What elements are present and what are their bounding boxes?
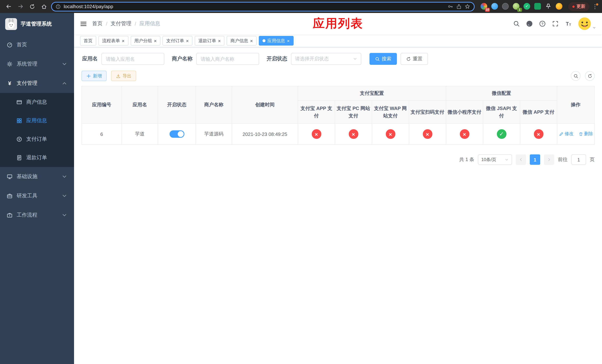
- user-avatar[interactable]: [578, 17, 596, 30]
- download-icon: [116, 74, 121, 78]
- reset-button[interactable]: 重置: [401, 53, 428, 65]
- breadcrumb-payment[interactable]: 支付管理: [111, 20, 131, 27]
- export-button[interactable]: 导出: [111, 71, 136, 81]
- col-header-alipay-pc: 支付宝 PC 网站支付: [335, 101, 372, 124]
- extension-dark-icon[interactable]: [502, 3, 509, 10]
- tab-app-info[interactable]: 应用信息×: [259, 36, 293, 45]
- pagination: 共 1 条 10条/页 1 前往 页: [81, 154, 595, 165]
- search-icon: [375, 56, 380, 61]
- briefcase-icon: [7, 212, 13, 218]
- sidebar-item-workflow[interactable]: 工作流程: [0, 205, 74, 225]
- app-name-input[interactable]: [101, 53, 164, 65]
- cell-actions: 修改 删除: [557, 124, 594, 145]
- toolbox-icon: [7, 193, 13, 199]
- sidebar-menu: 首页 系统管理 ¥ 支付管理 商户信息: [0, 35, 74, 225]
- search-icon[interactable]: [513, 20, 520, 27]
- close-icon[interactable]: ×: [186, 38, 189, 43]
- reload-icon[interactable]: [27, 2, 37, 11]
- sidebar-item-pay-orders[interactable]: 支付订单: [0, 130, 74, 149]
- payment-submenu: 商户信息 应用信息 支付订单 退款订单: [0, 93, 74, 167]
- col-header-action: 操作: [557, 86, 594, 124]
- table-toolbar: 新增 导出: [81, 71, 595, 81]
- alipay-app-status-icon: ×: [312, 129, 321, 139]
- extensions-pin-icon[interactable]: [545, 3, 552, 10]
- tab-merchant-info[interactable]: 商户信息×: [227, 36, 257, 45]
- page-number-1[interactable]: 1: [530, 154, 540, 165]
- sidebar-item-app-info[interactable]: 应用信息: [0, 111, 74, 130]
- close-icon[interactable]: ×: [287, 38, 290, 43]
- logo[interactable]: 芋道管理系统: [0, 13, 74, 35]
- screen: localhost:1024/pay/app 10 1 ✓: [0, 0, 602, 364]
- tab-process-form[interactable]: 流程表单×: [98, 36, 128, 45]
- extension-vue-devtools-icon[interactable]: ✓: [524, 3, 531, 10]
- chevron-down-icon: [62, 61, 67, 67]
- goto-page-input[interactable]: [571, 154, 586, 165]
- active-dot: [262, 39, 266, 42]
- back-icon[interactable]: [4, 2, 13, 11]
- github-icon[interactable]: [526, 20, 533, 27]
- sidebar-item-payment[interactable]: ¥ 支付管理: [0, 74, 74, 93]
- next-page-button[interactable]: [544, 154, 554, 165]
- tab-user-group[interactable]: 用户分组×: [130, 36, 160, 45]
- enabled-switch[interactable]: [169, 130, 184, 138]
- close-icon[interactable]: ×: [122, 38, 125, 43]
- toggle-search-button[interactable]: [571, 71, 580, 81]
- dashboard-icon: [7, 42, 13, 48]
- extension-green-avatar-icon[interactable]: 1: [513, 3, 520, 10]
- close-icon[interactable]: ×: [218, 38, 221, 43]
- tab-refund-orders[interactable]: 退款订单×: [195, 36, 225, 45]
- cell-status: [158, 124, 196, 145]
- extension-green-square-icon[interactable]: [534, 3, 542, 10]
- edit-link[interactable]: 修改: [559, 131, 573, 137]
- address-bar[interactable]: localhost:1024/pay/app: [51, 2, 475, 11]
- sidebar-item-infrastructure[interactable]: 基础设施: [0, 167, 74, 186]
- status-select[interactable]: 请选择开启状态: [291, 53, 361, 65]
- fullscreen-icon[interactable]: [552, 20, 559, 27]
- extension-blue-drop-icon[interactable]: [491, 3, 499, 10]
- add-button[interactable]: 新增: [81, 71, 107, 81]
- sidebar-item-system[interactable]: 系统管理: [0, 54, 74, 74]
- tab-home[interactable]: 首页: [80, 36, 96, 45]
- forward-icon[interactable]: [16, 2, 25, 11]
- update-button[interactable]: 更新: [568, 2, 589, 11]
- col-header-created: 创建时间: [232, 86, 298, 124]
- chevron-down-icon: [62, 174, 67, 180]
- hamburger-icon[interactable]: [80, 20, 87, 27]
- refresh-icon: [587, 74, 592, 78]
- home-icon[interactable]: [39, 2, 49, 11]
- help-icon[interactable]: ?: [539, 20, 546, 27]
- font-size-icon[interactable]: TT: [565, 20, 572, 27]
- refresh-table-button[interactable]: [585, 71, 595, 81]
- page-size-select[interactable]: 10条/页: [478, 154, 512, 165]
- share-icon[interactable]: [456, 4, 462, 9]
- refresh-icon: [406, 56, 411, 61]
- extension-face-icon[interactable]: [556, 3, 563, 10]
- avatar-emoji-icon: [578, 17, 591, 30]
- close-icon[interactable]: ×: [154, 38, 157, 43]
- breadcrumb-home[interactable]: 首页: [92, 20, 103, 27]
- col-header-wx-jsapi: 微信 JSAPI 支付: [483, 101, 520, 124]
- sidebar-item-dev-tools[interactable]: 研发工具: [0, 186, 74, 205]
- merchant-name-label: 商户名称: [172, 55, 193, 62]
- sidebar-item-refund-orders[interactable]: 退款订单: [0, 149, 74, 167]
- sidebar-item-merchant-info[interactable]: 商户信息: [0, 93, 74, 111]
- close-icon[interactable]: ×: [250, 38, 253, 43]
- password-key-icon[interactable]: [448, 4, 453, 9]
- merchant-name-input[interactable]: [196, 53, 259, 65]
- sidebar-item-home[interactable]: 首页: [0, 35, 74, 54]
- search-button[interactable]: 搜索: [369, 53, 397, 65]
- sidebar: 芋道管理系统 首页 系统管理 ¥ 支付管理: [0, 13, 74, 364]
- bookmark-star-icon[interactable]: [465, 4, 470, 9]
- svg-text:?: ?: [541, 22, 544, 26]
- browser-menu-icon[interactable]: ⋮: [592, 3, 598, 10]
- group-header-alipay: 支付宝配置: [298, 86, 446, 101]
- delete-link[interactable]: 删除: [579, 131, 593, 137]
- extension-badge-count: 10: [485, 8, 490, 12]
- app-name-label: 应用名: [82, 55, 98, 62]
- prev-page-button[interactable]: [516, 154, 526, 165]
- chevron-up-icon: [62, 80, 67, 86]
- extension-colorful-icon[interactable]: 10: [481, 3, 488, 10]
- page-title: 应用列表: [313, 16, 363, 32]
- goto-label: 前往: [558, 156, 568, 163]
- tab-pay-orders[interactable]: 支付订单×: [162, 36, 192, 45]
